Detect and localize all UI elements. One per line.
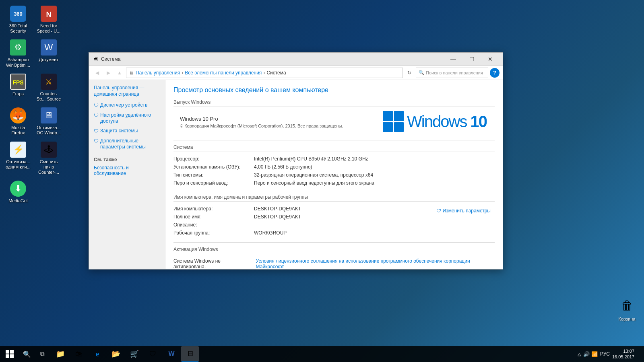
computer-row-1: Полное имя: DESKTOP-DQE9AKT bbox=[173, 214, 436, 220]
activation-not-activated: Система Windows не активирована. bbox=[173, 258, 253, 269]
svg-text:N: N bbox=[46, 10, 52, 19]
recycle-bin-icon: 🗑 bbox=[618, 297, 636, 315]
svg-text:⚔: ⚔ bbox=[45, 77, 52, 86]
windows-flag-icon bbox=[383, 111, 404, 132]
svg-rect-11 bbox=[10, 354, 14, 358]
system-row-2: Тип системы: 32-разрядная операционная с… bbox=[173, 172, 495, 178]
main-content: Просмотр основных сведений о вашем компь… bbox=[165, 80, 503, 269]
sidebar: Панель управления — домашняя страница 🛡 … bbox=[89, 80, 165, 269]
taskbar: 🔍 ⧉ 📁 🛍 e 📂 🛒 🛡 W 🖥 △ 🔊 📶 РУС 13:07 16.0… bbox=[0, 346, 644, 362]
sidebar-system-protection[interactable]: 🛡 Защита системы bbox=[89, 126, 165, 136]
task-view-button[interactable]: ⧉ bbox=[35, 346, 50, 362]
window-body: Панель управления — домашняя страница 🛡 … bbox=[89, 80, 503, 269]
sidebar-advanced-params[interactable]: 🛡 Дополнительные параметры системы bbox=[89, 136, 165, 152]
sidebar-security-link[interactable]: Безопасность и обслуживание bbox=[89, 164, 165, 177]
shield-icon-1: 🛡 bbox=[94, 103, 99, 109]
taskbar-app-word[interactable]: W bbox=[163, 346, 180, 362]
desktop-icon-ashampoo[interactable]: ⚙ Ashampoo WinOptimi... bbox=[4, 38, 32, 69]
window-title: Система bbox=[101, 56, 444, 62]
taskbar-app-explorer[interactable]: 📁 bbox=[52, 346, 69, 362]
address-bar: ◀ ▶ ▲ 🖥 Панель управления › Все элементы… bbox=[89, 66, 503, 80]
minimize-button[interactable]: — bbox=[444, 53, 462, 66]
close-button[interactable]: ✕ bbox=[481, 53, 500, 66]
desktop-icon-nick[interactable]: 🕹 Сменить ник в Counter-... bbox=[35, 140, 63, 177]
search-placeholder: Поиск в панели управления bbox=[426, 70, 483, 75]
system-row-1: Установленная память (ОЗУ): 4,00 ГБ (2,5… bbox=[173, 164, 495, 170]
divider-1 bbox=[173, 140, 495, 140]
address-path[interactable]: 🖥 Панель управления › Все элементы панел… bbox=[126, 68, 403, 78]
desktop-icon-nfs[interactable]: N Need for Speed - U... bbox=[35, 4, 63, 35]
network-icon[interactable]: 📶 bbox=[591, 351, 598, 357]
desktop-icon-fraps[interactable]: FPS Fraps bbox=[4, 72, 32, 103]
computer-row-2: Описание: bbox=[173, 222, 436, 228]
start-button[interactable] bbox=[0, 346, 19, 362]
nav-up[interactable]: ▲ bbox=[115, 68, 124, 78]
nav-back[interactable]: ◀ bbox=[92, 68, 102, 78]
desktop-icon-optwin[interactable]: 🖥 Оптимиза... ОС Windo... bbox=[35, 106, 63, 137]
computer-section: Имя компьютера, имя домена и параметры р… bbox=[173, 194, 495, 238]
help-button[interactable]: ? bbox=[490, 68, 500, 78]
volume-icon[interactable]: 🔊 bbox=[583, 351, 590, 357]
desktop-icon-360[interactable]: 360 360 Total Security bbox=[4, 4, 32, 35]
computer-row-0: Имя компьютера: DESKTOP-DQE9AKT bbox=[173, 206, 436, 212]
recycle-bin[interactable]: 🗑 Корзина bbox=[618, 297, 636, 322]
taskbar-time: 13:07 bbox=[623, 348, 634, 354]
taskbar-datetime[interactable]: 13:07 16.05.2017 bbox=[612, 348, 634, 360]
windows10-text: Windows 10 bbox=[407, 113, 487, 131]
desktop-icons: 360 360 Total Security N Need for Speed … bbox=[4, 4, 63, 205]
svg-rect-10 bbox=[6, 354, 9, 358]
taskbar-app-files[interactable]: 📂 bbox=[107, 346, 125, 362]
sidebar-remote-access[interactable]: 🛡 Настройка удалённого доступа bbox=[89, 111, 165, 126]
address-icon: 🖥 bbox=[129, 70, 134, 76]
desktop-icon-counter[interactable]: ⚔ Counter-Str... Source bbox=[35, 72, 63, 103]
shield-icon-change: 🛡 bbox=[436, 208, 441, 214]
search-icon: 🔍 bbox=[419, 70, 424, 75]
windows-edition-value: Windows 10 Pro bbox=[180, 116, 343, 122]
windows-start-icon bbox=[6, 350, 14, 358]
change-params-link[interactable]: 🛡 Изменить параметры bbox=[436, 208, 491, 214]
taskbar-language[interactable]: РУС bbox=[600, 351, 610, 357]
release-section-header: Выпуск Windows bbox=[173, 99, 495, 107]
sidebar-device-manager[interactable]: 🛡 Диспетчер устройств bbox=[89, 101, 165, 111]
system-section-header: Система bbox=[173, 144, 495, 152]
computer-section-header: Имя компьютера, имя домена и параметры р… bbox=[173, 194, 495, 202]
shield-icon-3: 🛡 bbox=[94, 128, 99, 135]
desktop-icon-firefox[interactable]: 🦊 Mozilla Firefox bbox=[4, 106, 32, 137]
address-part-3: Система bbox=[266, 70, 286, 76]
taskbar-app-store[interactable]: 🛍 bbox=[70, 346, 88, 362]
search-box[interactable]: 🔍 Поиск в панели управления bbox=[416, 68, 488, 78]
shield-icon-4: 🛡 bbox=[94, 138, 99, 145]
svg-text:FPS: FPS bbox=[12, 79, 23, 86]
desktop-icon-opt1[interactable]: ⚡ Оптимиза... одним кли... bbox=[4, 140, 32, 177]
address-part-1: Панель управления bbox=[136, 70, 180, 76]
taskbar-app-edge[interactable]: e bbox=[89, 346, 106, 362]
system-section: Система Процессор: Intel(R) Pentium(R) C… bbox=[173, 144, 495, 186]
address-refresh[interactable]: ↻ bbox=[405, 68, 414, 78]
svg-rect-8 bbox=[6, 350, 9, 354]
activation-section: Активация Windows Система Windows не акт… bbox=[173, 247, 495, 269]
desktop-icon-doc[interactable]: W Документ bbox=[35, 38, 63, 69]
computer-row-3: Рабочая группа: WORKGROUP bbox=[173, 230, 436, 236]
shield-icon-2: 🛡 bbox=[94, 113, 99, 119]
activation-license-link[interactable]: Условия лицензионного соглашения на испо… bbox=[256, 258, 495, 269]
nav-forward[interactable]: ▶ bbox=[103, 68, 113, 78]
taskbar-chevron[interactable]: △ bbox=[578, 352, 581, 357]
activation-status-row: Система Windows не активирована. Условия… bbox=[173, 258, 495, 269]
taskbar-app-sys[interactable]: 🖥 bbox=[181, 346, 199, 362]
desktop-icon-mediaget[interactable]: ⬇ MediaGet bbox=[4, 179, 32, 205]
svg-rect-9 bbox=[10, 350, 14, 354]
system-window: 🖥 Система — ☐ ✕ ◀ ▶ ▲ 🖥 Панель управлени… bbox=[89, 52, 503, 269]
window-controls: — ☐ ✕ bbox=[444, 53, 500, 66]
sidebar-home[interactable]: Панель управления — домашняя страница bbox=[89, 85, 165, 101]
desktop: 360 360 Total Security N Need for Speed … bbox=[0, 0, 644, 346]
see-also-label: См. также bbox=[89, 152, 165, 164]
search-button[interactable]: 🔍 bbox=[19, 346, 35, 362]
taskbar-apps: 📁 🛍 e 📂 🛒 🛡 W 🖥 bbox=[50, 346, 574, 362]
taskbar-notification-icon: 🔊 📶 bbox=[583, 351, 598, 357]
windows-logo-block: Windows 10 bbox=[383, 111, 487, 132]
taskbar-app-shield[interactable]: 🛡 bbox=[144, 346, 162, 362]
taskbar-app-store2[interactable]: 🛒 bbox=[126, 346, 143, 362]
maximize-button[interactable]: ☐ bbox=[462, 53, 481, 66]
page-title: Просмотр основных сведений о вашем компь… bbox=[173, 86, 495, 94]
show-desktop-button[interactable] bbox=[637, 347, 640, 361]
